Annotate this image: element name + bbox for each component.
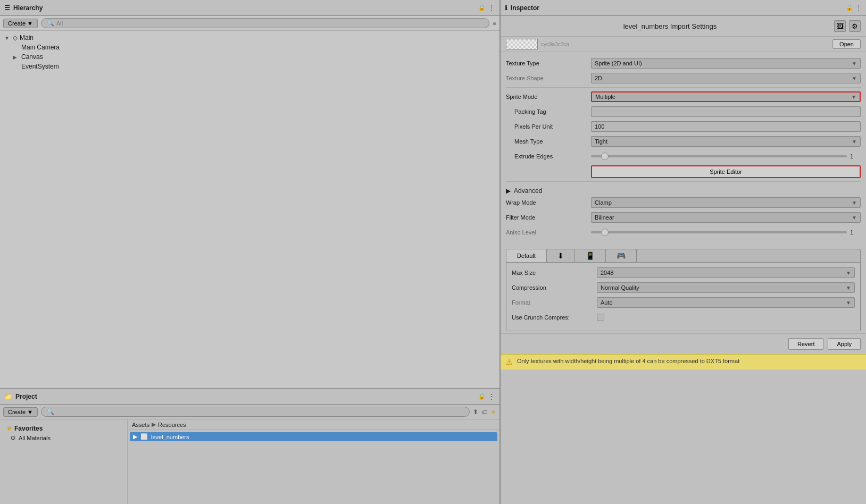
- max-size-arrow: ▼: [846, 270, 851, 276]
- tab-standalone[interactable]: ⬇: [547, 249, 575, 262]
- aniso-level-label: Aniso Level: [506, 229, 591, 236]
- field-wrap-mode: Wrap Mode Clamp ▼: [506, 197, 861, 208]
- extrude-edges-slider-thumb[interactable]: [601, 153, 609, 160]
- aniso-level-slider-thumb[interactable]: [601, 229, 609, 236]
- format-label: Format: [512, 299, 597, 306]
- field-compression: Compression Normal Quality ▼: [512, 282, 855, 293]
- extrude-edges-slider-track[interactable]: [591, 155, 847, 157]
- field-max-size: Max Size 2048 ▼: [512, 267, 855, 279]
- expand-arrow-main: ▼: [4, 35, 11, 41]
- project-menu-icon[interactable]: ⋮: [488, 392, 495, 401]
- field-format: Format Auto ▼: [512, 297, 855, 308]
- project-create-arrow: ▼: [27, 409, 33, 415]
- tab-default[interactable]: Default: [506, 249, 547, 262]
- use-crunch-label: Use Crunch Compres:: [512, 314, 597, 321]
- project-search-icon: 🔍: [47, 408, 54, 415]
- file-expand-arrow: ▶: [133, 433, 137, 440]
- hierarchy-options-icon[interactable]: ≡: [493, 20, 496, 27]
- aniso-level-slider-track[interactable]: [591, 231, 847, 233]
- asset-thumbnail: [506, 39, 538, 49]
- asset-settings-btn[interactable]: ⚙: [849, 20, 861, 32]
- packing-tag-input[interactable]: [591, 106, 861, 117]
- fav-item-all-materials[interactable]: ⊙ All Materials: [6, 433, 121, 442]
- hierarchy-menu-icon[interactable]: ⋮: [488, 4, 495, 12]
- open-button[interactable]: Open: [832, 39, 861, 49]
- asset-thumbnail-btn[interactable]: 🖼: [834, 20, 846, 32]
- extrude-edges-value: 1: [850, 153, 861, 159]
- file-list: ▶ ⬜ level_numbers: [128, 430, 499, 504]
- file-item-level-numbers[interactable]: ▶ ⬜ level_numbers: [130, 432, 497, 441]
- pixels-per-unit-input[interactable]: [591, 121, 861, 132]
- hierarchy-item-eventsystem[interactable]: EventSystem: [9, 62, 499, 71]
- project-folder-icon: 📁: [4, 393, 12, 400]
- project-icon1[interactable]: ⬆: [473, 408, 478, 416]
- apply-button[interactable]: Apply: [828, 338, 861, 350]
- field-sprite-editor: Sprite Editor: [506, 165, 861, 178]
- project-tag-icon[interactable]: 🏷: [481, 409, 487, 415]
- packing-tag-label: Packing Tag: [506, 108, 591, 115]
- warning-text: Only textures with width/height being mu…: [517, 358, 739, 364]
- hierarchy-title: ☰ Hierarchy: [4, 4, 43, 12]
- standalone-icon: ⬇: [557, 251, 564, 260]
- asset-title: level_numbers Import Settings: [506, 22, 834, 30]
- hierarchy-item-canvas[interactable]: ▶ Canvas: [9, 52, 499, 62]
- create-dropdown-arrow: ▼: [27, 20, 33, 27]
- mesh-type-dropdown[interactable]: Tight ▼: [591, 136, 861, 147]
- format-dropdown[interactable]: Auto ▼: [597, 297, 855, 308]
- texture-type-dropdown[interactable]: Sprite (2D and UI) ▼: [591, 58, 861, 69]
- project-title: 📁 Project: [4, 393, 37, 400]
- project-create-button[interactable]: Create ▼: [3, 407, 38, 417]
- tab-other[interactable]: 🎮: [606, 249, 637, 262]
- project-search-input[interactable]: [54, 409, 464, 415]
- pixels-per-unit-label: Pixels Per Unit: [506, 123, 591, 130]
- field-use-crunch: Use Crunch Compres:: [512, 312, 855, 323]
- revert-button[interactable]: Revert: [788, 338, 823, 350]
- use-crunch-checkbox[interactable]: [597, 314, 604, 321]
- hierarchy-item-main[interactable]: ▼ ◇ Main: [0, 33, 499, 43]
- filter-mode-dropdown[interactable]: Bilinear ▼: [591, 212, 861, 223]
- texture-shape-arrow: ▼: [852, 75, 857, 81]
- extrude-edges-label: Extrude Edges: [506, 153, 591, 159]
- warning-icon: ⚠: [506, 358, 513, 366]
- inspector-lock-icon: 🔒: [846, 4, 853, 12]
- platform-tabs: Default ⬇ 📱 🎮: [506, 249, 860, 263]
- wrap-mode-dropdown[interactable]: Clamp ▼: [591, 197, 861, 208]
- field-sprite-mode: Sprite Mode Multiple ▼: [506, 91, 861, 103]
- texture-type-arrow: ▼: [852, 61, 857, 66]
- hierarchy-hamburger-icon: ☰: [4, 4, 10, 12]
- compression-arrow: ▼: [846, 285, 851, 291]
- sprite-editor-button[interactable]: Sprite Editor: [591, 165, 861, 178]
- field-aniso-level: Aniso Level 1: [506, 226, 861, 238]
- inspector-header-title: ℹ Inspector: [505, 4, 539, 12]
- favorites-header[interactable]: ★ Favorites: [6, 424, 121, 433]
- aniso-level-value: 1: [850, 229, 861, 236]
- field-pixels-per-unit: Pixels Per Unit: [506, 121, 861, 132]
- thumbnail-label: cyc9a3c3ca: [541, 41, 569, 47]
- sprite-mode-dropdown[interactable]: Multiple ▼: [591, 91, 861, 102]
- favorites-star-icon: ★: [6, 425, 12, 432]
- project-star-icon[interactable]: ★: [490, 408, 496, 416]
- warning-bar: ⚠ Only textures with width/height being …: [501, 354, 866, 369]
- wrap-mode-arrow: ▼: [852, 200, 857, 206]
- breadcrumb-arrow: ▶: [152, 421, 156, 428]
- texture-shape-dropdown[interactable]: 2D ▼: [591, 73, 861, 83]
- hierarchy-search-input[interactable]: [56, 20, 484, 27]
- texture-shape-label: Texture Shape: [506, 75, 591, 81]
- inspector-fields: Texture Type Sprite (2D and UI) ▼ Textur…: [501, 52, 866, 247]
- advanced-section-header[interactable]: ▶ Advanced: [506, 185, 861, 197]
- hierarchy-content: ▼ ◇ Main Main Camera ▶ Canvas E: [0, 31, 499, 388]
- max-size-dropdown[interactable]: 2048 ▼: [597, 267, 855, 278]
- inspector-menu-icon[interactable]: ⋮: [855, 4, 862, 12]
- field-filter-mode: Filter Mode Bilinear ▼: [506, 212, 861, 223]
- gamepad-icon: 🎮: [617, 251, 626, 260]
- tab-mobile[interactable]: 📱: [575, 249, 606, 262]
- mesh-type-label: Mesh Type: [506, 138, 591, 145]
- inspector-bottom-buttons: Revert Apply: [501, 333, 866, 354]
- advanced-arrow: ▶: [506, 187, 511, 195]
- platform-fields: Max Size 2048 ▼ Compression Normal Quali…: [506, 263, 860, 331]
- hierarchy-item-main-camera[interactable]: Main Camera: [9, 43, 499, 52]
- field-texture-shape: Texture Shape 2D ▼: [506, 72, 861, 84]
- hierarchy-create-button[interactable]: Create ▼: [3, 19, 38, 28]
- compression-dropdown[interactable]: Normal Quality ▼: [597, 282, 855, 293]
- project-lock-icon: 🔒: [478, 393, 486, 400]
